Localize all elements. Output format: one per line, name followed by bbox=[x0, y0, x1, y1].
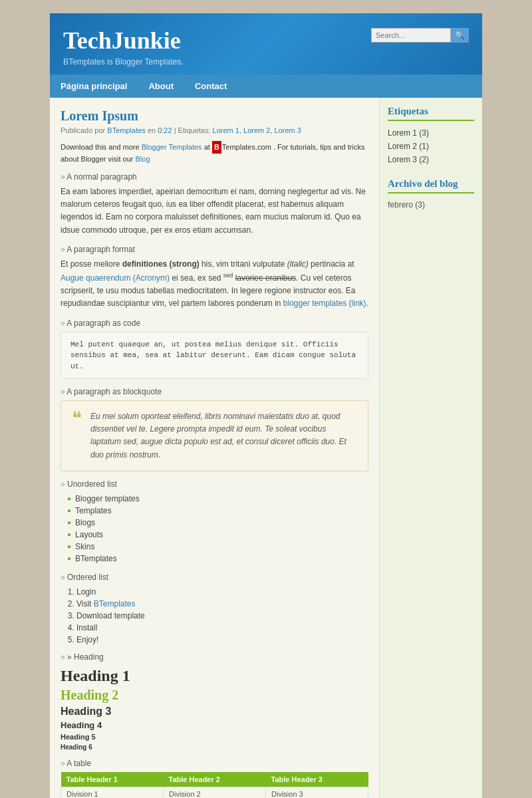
heading-5: Heading 5 bbox=[61, 733, 368, 741]
main-content: Lorem Ipsum Publicado por BTemplates en … bbox=[50, 98, 379, 798]
section-table: A table bbox=[61, 759, 368, 768]
page-wrapper: TechJunkie BTemplates is Blogger Templat… bbox=[50, 13, 482, 798]
post-1-time[interactable]: 0:22 bbox=[158, 126, 172, 134]
sidebar-archivo-feb[interactable]: febrero (3) bbox=[388, 199, 474, 211]
list-item: Layouts bbox=[67, 529, 368, 541]
post-1-tag-2[interactable]: Lorem 2 bbox=[243, 126, 270, 134]
blogger-templates-link[interactable]: Blogger Templates bbox=[142, 143, 202, 151]
section-blockquote: A paragraph as blockquote bbox=[61, 387, 368, 396]
quote-mark-icon: ❝ bbox=[72, 409, 82, 428]
acronym-link[interactable]: Augue quaerendum (Acronym) bbox=[61, 273, 170, 283]
nav-item-contact[interactable]: Contact bbox=[184, 74, 237, 98]
list-item: Login bbox=[76, 586, 368, 598]
btemplate-logo: BTemplates.com bbox=[212, 141, 271, 154]
blogger-templates-link-2[interactable]: blogger templates (link) bbox=[283, 299, 366, 308]
section-format: A paragraph format bbox=[61, 245, 368, 254]
section-unordered: Unordered list bbox=[61, 479, 368, 489]
sidebar-etiquetas: Etiquetas Lorem 1 (3) Lorem 2 (1) Lorem … bbox=[388, 106, 474, 166]
list-item: Skins bbox=[67, 541, 368, 553]
table-row: Division 1 Division 2 Division 3 bbox=[61, 787, 368, 798]
format-para-text: Et posse meliore definitiones (strong) h… bbox=[61, 258, 368, 311]
site-subtitle: BTemplates is Blogger Templates. bbox=[63, 57, 469, 74]
sidebar-etiqueta-2[interactable]: Lorem 2 (1) bbox=[388, 140, 474, 153]
section-heading: » Heading bbox=[61, 652, 368, 662]
sidebar-archivo: Archivo del blog febrero (3) bbox=[388, 178, 474, 211]
heading-6: Heading 6 bbox=[61, 743, 368, 751]
sidebar-etiqueta-3[interactable]: Lorem 3 (2) bbox=[388, 153, 474, 166]
normal-para-text: Ea eam labores imperdiet, apeirian democ… bbox=[61, 186, 368, 237]
code-block: Mel putent quaeque an, ut postea melius … bbox=[61, 332, 368, 380]
post-1-tag-3[interactable]: Lorem 3 bbox=[275, 126, 301, 134]
section-ordered: Ordered list bbox=[61, 573, 368, 582]
sidebar: Etiquetas Lorem 1 (3) Lorem 2 (1) Lorem … bbox=[379, 98, 482, 798]
search-input[interactable] bbox=[371, 28, 451, 43]
unordered-list: Blogger templates Templates Blogs Layout… bbox=[67, 493, 368, 565]
list-item: Blogs bbox=[67, 517, 368, 529]
post-1-meta: Publicado por BTemplates en 0:22 | Etiqu… bbox=[61, 126, 368, 134]
blockquote-text: Eu mei solum oporteat eleifend, libris n… bbox=[90, 410, 357, 462]
table-header-2: Table Header 2 bbox=[164, 772, 266, 787]
ordered-list: Login Visit BTemplates Download template… bbox=[76, 586, 368, 646]
list-item: Blogger templates bbox=[67, 493, 368, 505]
blockquote-block: ❝ Eu mei solum oporteat eleifend, libris… bbox=[61, 400, 368, 471]
list-item: Enjoy! bbox=[76, 634, 368, 646]
btemplates-link-ordered[interactable]: BTemplates bbox=[94, 599, 136, 608]
search-bar: 🔍 bbox=[371, 28, 469, 43]
post-1: Lorem Ipsum Publicado por BTemplates en … bbox=[61, 108, 368, 798]
section-normal-para: A normal paragraph bbox=[61, 172, 368, 182]
list-item: BTemplates bbox=[67, 553, 368, 565]
nav-item-about[interactable]: About bbox=[138, 74, 184, 98]
blog-link[interactable]: Blog bbox=[136, 155, 150, 163]
post-1-tag-1[interactable]: Lorem 1 bbox=[213, 126, 239, 134]
list-item: Download template bbox=[76, 610, 368, 622]
demo-table: Table Header 1 Table Header 2 Table Head… bbox=[61, 772, 368, 798]
table-header-1: Table Header 1 bbox=[61, 772, 164, 787]
main-nav: Página principal About Contact bbox=[50, 74, 482, 98]
list-item: Templates bbox=[67, 505, 368, 517]
content-area: Lorem Ipsum Publicado por BTemplates en … bbox=[50, 98, 482, 798]
search-button[interactable]: 🔍 bbox=[451, 28, 469, 43]
heading-4: Heading 4 bbox=[61, 720, 368, 730]
table-header-3: Table Header 3 bbox=[266, 772, 368, 787]
heading-1: Heading 1 bbox=[61, 667, 368, 685]
download-bar-1: Download this and more Blogger Templates… bbox=[61, 141, 368, 164]
post-1-title: Lorem Ipsum bbox=[61, 108, 368, 124]
heading-3: Heading 3 bbox=[61, 706, 368, 718]
list-item: Visit BTemplates bbox=[76, 598, 368, 610]
post-1-author[interactable]: BTemplates bbox=[107, 126, 145, 134]
sidebar-etiqueta-1[interactable]: Lorem 1 (3) bbox=[388, 126, 474, 140]
nav-item-home[interactable]: Página principal bbox=[50, 74, 138, 98]
sidebar-etiquetas-title: Etiquetas bbox=[388, 106, 474, 121]
sidebar-archivo-title: Archivo del blog bbox=[388, 178, 474, 194]
header: TechJunkie BTemplates is Blogger Templat… bbox=[50, 13, 482, 74]
heading-2: Heading 2 bbox=[61, 688, 368, 703]
section-code: A paragraph as code bbox=[61, 319, 368, 328]
list-item: Install bbox=[76, 622, 368, 634]
